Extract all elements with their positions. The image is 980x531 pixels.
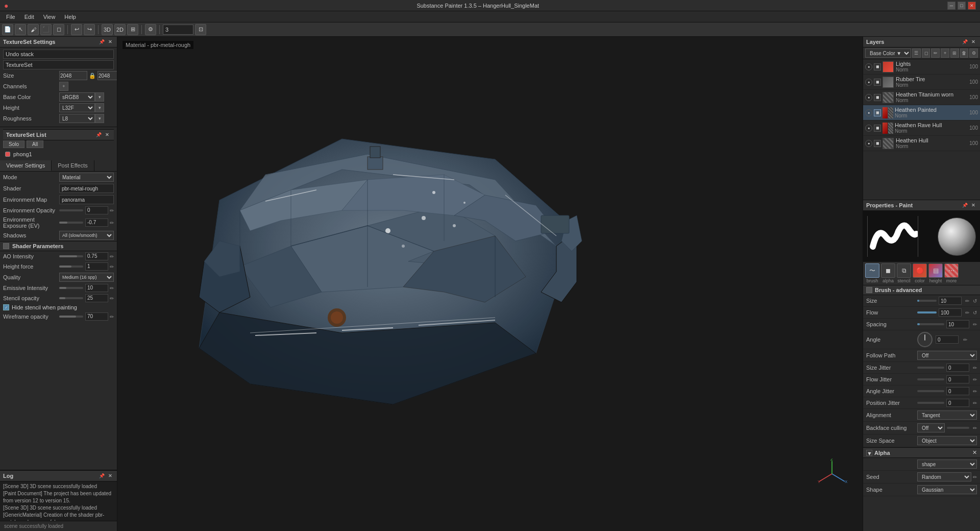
- minimize-button[interactable]: ─: [947, 2, 955, 10]
- brush-advanced-checkbox[interactable]: [866, 287, 872, 293]
- toolbar-brush-size[interactable]: [163, 25, 193, 35]
- layer-item-lights[interactable]: ● ◼ Lights Norm 100: [863, 59, 980, 75]
- flow-edit[interactable]: ✏: [965, 310, 969, 316]
- menu-view[interactable]: View: [39, 13, 60, 21]
- brush-tool-stencil[interactable]: ⧉: [897, 263, 911, 278]
- env-opacity-edit[interactable]: ✏: [110, 208, 114, 213]
- size-input[interactable]: [939, 297, 962, 305]
- size-jitter-edit[interactable]: ✏: [973, 365, 977, 371]
- height-select[interactable]: L32F: [59, 103, 95, 112]
- size-jitter-slider[interactable]: [917, 367, 944, 369]
- solo-button[interactable]: Solo: [3, 140, 24, 148]
- seed-select[interactable]: Random: [917, 472, 971, 481]
- layers-duplicate[interactable]: +: [941, 49, 949, 58]
- layer-visibility-rave-hull[interactable]: ●: [865, 125, 872, 132]
- ao-intensity-slider[interactable]: [59, 255, 83, 257]
- wireframe-slider[interactable]: [59, 316, 83, 318]
- log-pin[interactable]: 📌: [98, 472, 105, 479]
- quality-select[interactable]: Medium (16 spp): [59, 273, 114, 282]
- textureset-settings-close[interactable]: ✕: [107, 38, 114, 45]
- angle-jitter-slider[interactable]: [917, 390, 944, 392]
- roughness-more[interactable]: ▾: [95, 114, 104, 123]
- wireframe-edit[interactable]: ✏: [110, 314, 114, 320]
- seed-edit[interactable]: ✏: [973, 474, 977, 480]
- alpha-shape-select[interactable]: shape: [917, 460, 977, 469]
- layer-visibility-painted[interactable]: ●: [865, 109, 872, 116]
- angle-jitter-edit[interactable]: ✏: [973, 389, 977, 394]
- follow-path-select[interactable]: Off: [917, 351, 977, 360]
- spacing-input[interactable]: [946, 320, 969, 328]
- alpha-close-btn[interactable]: ✕: [972, 449, 977, 456]
- flow-jitter-edit[interactable]: ✏: [973, 377, 977, 382]
- textureset-list-close[interactable]: ✕: [104, 131, 111, 138]
- env-exposure-slider[interactable]: [59, 222, 83, 224]
- toolbar-redo[interactable]: ↪: [84, 24, 95, 35]
- env-exposure-edit[interactable]: ✏: [110, 220, 114, 226]
- close-button[interactable]: ✕: [968, 2, 976, 10]
- layer-mask-rave-hull[interactable]: ◼: [874, 125, 881, 132]
- textureset-list-pin[interactable]: 📌: [95, 131, 102, 138]
- menu-file[interactable]: File: [2, 13, 19, 21]
- height-force-slider[interactable]: [59, 266, 83, 268]
- toolbar-cursor[interactable]: ↖: [15, 24, 26, 35]
- brush-tool-color[interactable]: 🔴: [913, 263, 927, 278]
- layer-mask-hull[interactable]: ◼: [874, 140, 881, 147]
- maximize-button[interactable]: □: [958, 2, 966, 10]
- brush-tool-more[interactable]: ⋯: [944, 263, 959, 278]
- layer-mask-rubber-tire[interactable]: ◼: [874, 79, 881, 86]
- alignment-select[interactable]: Tangent: [917, 411, 977, 420]
- emissive-slider[interactable]: [59, 287, 83, 289]
- toolbar-split[interactable]: ⊞: [127, 24, 138, 35]
- channels-add-button[interactable]: +: [59, 82, 68, 91]
- size-space-select[interactable]: Object: [917, 436, 977, 445]
- shader-params-checkbox[interactable]: [3, 243, 9, 249]
- base-color-select[interactable]: sRGB8: [59, 92, 95, 102]
- textureset-item[interactable]: phong1: [3, 150, 114, 158]
- base-color-more[interactable]: ▾: [95, 92, 104, 102]
- flow-jitter-slider[interactable]: [917, 378, 944, 380]
- brush-tool-brush[interactable]: 〜: [865, 263, 879, 278]
- layer-visibility-titanium[interactable]: ●: [865, 94, 872, 101]
- properties-pin[interactable]: 📌: [961, 202, 968, 209]
- alpha-expand-btn[interactable]: ▼: [866, 450, 872, 456]
- layer-visibility-hull[interactable]: ●: [865, 140, 872, 147]
- angle-input[interactable]: [936, 335, 959, 344]
- toolbar-erase[interactable]: ◻: [53, 24, 64, 35]
- layer-mask-titanium[interactable]: ◼: [874, 94, 881, 101]
- layers-delete[interactable]: 🗑: [960, 49, 969, 58]
- layer-visibility-rubber-tire[interactable]: ●: [865, 79, 872, 86]
- tab-viewer-settings[interactable]: Viewer Settings: [0, 160, 52, 171]
- position-jitter-input[interactable]: [946, 399, 969, 407]
- properties-close[interactable]: ✕: [970, 202, 977, 209]
- roughness-select[interactable]: L8: [59, 114, 95, 123]
- layer-item-rubber-tire[interactable]: ● ◼ Rubber Tire Norm 100: [863, 75, 980, 90]
- size-edit[interactable]: ✏: [965, 298, 969, 304]
- size-jitter-input[interactable]: [946, 364, 969, 372]
- layers-settings[interactable]: ⚙: [969, 49, 978, 58]
- toolbar-brush-settings[interactable]: ⊡: [195, 24, 206, 35]
- layers-add-group[interactable]: ◻: [922, 49, 930, 58]
- toolbar-3d[interactable]: 3D: [102, 24, 113, 35]
- env-opacity-slider[interactable]: [59, 209, 83, 211]
- backface-edit[interactable]: ✏: [973, 425, 977, 431]
- toolbar-paint[interactable]: 🖌: [28, 24, 39, 35]
- angle-edit[interactable]: ✏: [963, 337, 967, 343]
- toolbar-undo[interactable]: ↩: [71, 24, 82, 35]
- shape-select[interactable]: Gaussian: [917, 485, 977, 494]
- tab-post-effects[interactable]: Post Effects: [52, 160, 94, 171]
- layers-add-layer[interactable]: ☰: [912, 49, 921, 58]
- layers-pin[interactable]: 📌: [961, 38, 968, 45]
- stencil-opacity-slider[interactable]: [59, 297, 83, 299]
- mode-select[interactable]: Material: [59, 173, 114, 182]
- position-jitter-edit[interactable]: ✏: [973, 400, 977, 406]
- toolbar-fill[interactable]: ⬛: [40, 24, 52, 35]
- spacing-slider[interactable]: [917, 323, 944, 325]
- flow-reset[interactable]: ↺: [973, 310, 977, 316]
- flow-jitter-input[interactable]: [946, 375, 969, 383]
- layer-item-hull[interactable]: ● ◼ Heathen Hull Norm 100: [863, 136, 980, 151]
- layers-channel-dropdown[interactable]: Base Color ▼: [865, 49, 911, 58]
- brush-tool-alpha[interactable]: ◼: [881, 263, 895, 278]
- backface-slider[interactable]: [947, 427, 969, 429]
- emissive-edit[interactable]: ✏: [110, 285, 114, 291]
- position-jitter-slider[interactable]: [917, 402, 944, 404]
